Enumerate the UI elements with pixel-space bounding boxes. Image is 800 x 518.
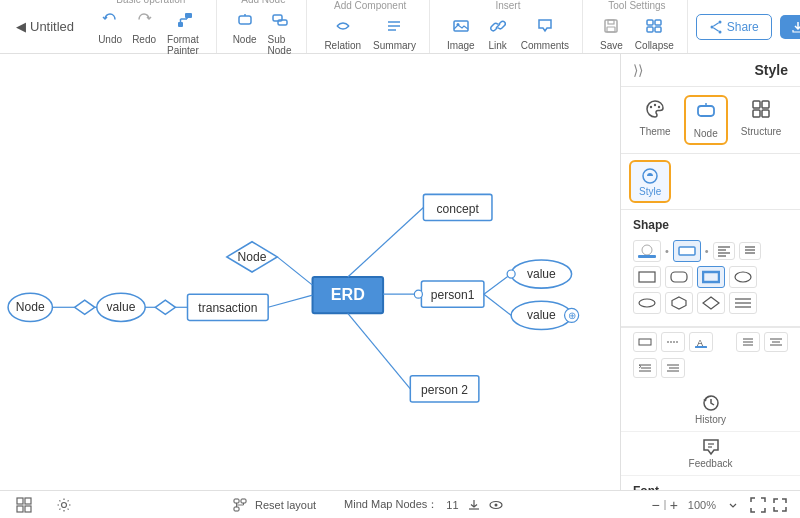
svg-rect-115 — [25, 506, 31, 512]
shape-diamond-btn[interactable] — [697, 292, 725, 314]
relation-button[interactable]: Relation — [319, 15, 366, 54]
bottom-left — [12, 495, 84, 515]
zoom-out-btn[interactable]: − — [651, 497, 659, 513]
svg-rect-18 — [647, 20, 653, 25]
border-style-2-btn[interactable] — [661, 332, 685, 352]
text-color-btn[interactable]: A — [689, 332, 713, 352]
redo-button[interactable]: Redo — [128, 9, 160, 59]
reset-layout-icon — [233, 498, 247, 512]
shape-rounded-btn[interactable] — [665, 266, 693, 288]
svg-marker-89 — [672, 297, 686, 309]
reset-layout-label[interactable]: Reset layout — [255, 499, 316, 511]
svg-text:concept: concept — [437, 202, 480, 216]
history-item[interactable]: History — [621, 388, 800, 432]
node-tab-label: Node — [694, 128, 718, 139]
eye-icon[interactable] — [489, 498, 503, 512]
svg-rect-71 — [753, 110, 760, 117]
fullscreen-icon[interactable] — [772, 497, 788, 513]
align-icon-2[interactable] — [764, 332, 788, 352]
svg-rect-112 — [17, 498, 23, 504]
addnode-label: Add Node — [241, 0, 285, 5]
tab-node[interactable]: Node — [684, 95, 728, 145]
insert-label: Insert — [495, 0, 520, 11]
border-style-btn[interactable] — [673, 240, 701, 262]
theme-icon — [645, 99, 665, 124]
shape-wide-ellipse-btn[interactable] — [633, 292, 661, 314]
svg-rect-84 — [639, 272, 655, 282]
font-section: Font Font ▾ 24 ▾ B I U ab A — [621, 476, 800, 490]
comments-label: Comments — [521, 40, 569, 51]
align-more-btn[interactable] — [739, 242, 761, 260]
bottom-right: − + 100% — [651, 497, 788, 513]
shape-rect-btn[interactable] — [633, 266, 661, 288]
bottombar: Reset layout Mind Map Nodes： 11 − + 100% — [0, 490, 800, 518]
shape-ellipse-btn[interactable] — [729, 266, 757, 288]
shape-rect-thick-btn[interactable] — [697, 266, 725, 288]
link-label: Link — [489, 40, 507, 51]
border-icons-row: A — [633, 332, 788, 352]
settings-button[interactable] — [52, 495, 84, 515]
history-label: History — [695, 414, 726, 425]
svg-rect-8 — [278, 20, 287, 25]
image-label: Image — [447, 40, 475, 51]
svg-rect-20 — [647, 27, 653, 32]
canvas[interactable]: ERD concept person1 person 2 value value… — [0, 54, 620, 490]
export-button[interactable]: Export — [780, 15, 800, 39]
border-style-1-btn[interactable] — [633, 332, 657, 352]
align-icon-1[interactable] — [736, 332, 760, 352]
image-button[interactable]: Image — [442, 15, 480, 54]
image-icon — [453, 18, 469, 38]
comments-button[interactable]: Comments — [516, 15, 574, 54]
feedback-item[interactable]: Feedback — [621, 432, 800, 476]
collapse-label: Collapse — [635, 40, 674, 51]
toolbar-group-component: Add Component Relation Summary — [311, 0, 430, 53]
svg-rect-67 — [698, 106, 714, 116]
svg-rect-118 — [241, 499, 246, 503]
save-button[interactable]: Save — [595, 15, 628, 54]
link-button[interactable]: Link — [482, 15, 514, 54]
panel-header: ⟩⟩ Style — [621, 54, 800, 87]
subnode-button[interactable]: Sub Node — [263, 9, 299, 59]
format-painter-button[interactable]: Format Painter — [162, 9, 208, 59]
svg-rect-94 — [639, 339, 651, 345]
grid-toggle-button[interactable] — [12, 495, 44, 515]
summary-icon — [386, 18, 402, 38]
collapse-icon — [646, 18, 662, 38]
tab-structure[interactable]: Structure — [733, 95, 790, 145]
topbar: ◀ Untitled Basic operation Undo Redo — [0, 0, 800, 54]
indent-2-btn[interactable] — [661, 358, 685, 378]
zoom-in-btn[interactable]: + — [670, 497, 678, 513]
bottom-center: Reset layout Mind Map Nodes： 11 — [96, 497, 639, 512]
insert-items: Image Link Comments — [442, 15, 574, 54]
undo-button[interactable]: Undo — [94, 9, 126, 59]
fill-color-btn[interactable] — [633, 240, 661, 262]
summary-button[interactable]: Summary — [368, 15, 421, 54]
tab-theme[interactable]: Theme — [632, 95, 679, 145]
share-icon — [709, 20, 723, 34]
back-button[interactable]: ◀ Untitled — [8, 15, 82, 38]
diagram: ERD concept person1 person 2 value value… — [0, 54, 620, 490]
fit-screen-icon[interactable] — [750, 497, 766, 513]
style-subtab[interactable]: Style — [629, 160, 671, 203]
zoom-dropdown-icon[interactable] — [726, 498, 740, 512]
share-button[interactable]: Share — [696, 14, 772, 40]
shape-lines-btn[interactable] — [729, 292, 757, 314]
indent-1-btn[interactable] — [633, 358, 657, 378]
collapse-button[interactable]: Collapse — [630, 15, 679, 54]
fill-separator: • — [665, 245, 669, 257]
node-count: 11 — [446, 499, 458, 511]
align-left-btn[interactable] — [713, 242, 735, 260]
feedback-icon — [702, 438, 720, 456]
back-icon: ◀ — [16, 19, 26, 34]
svg-marker-90 — [703, 297, 719, 309]
basic-op-items: Undo Redo Format Painter — [94, 9, 208, 59]
node-button[interactable]: Node — [229, 9, 261, 59]
svg-line-53 — [268, 295, 312, 307]
summary-label: Summary — [373, 40, 416, 51]
panel-collapse-button[interactable]: ⟩⟩ — [633, 62, 643, 78]
download-icon[interactable] — [467, 498, 481, 512]
export-icon — [792, 21, 800, 33]
shape-hex-btn[interactable] — [665, 292, 693, 314]
panel-icons-row: A — [621, 327, 800, 388]
svg-rect-113 — [25, 498, 31, 504]
